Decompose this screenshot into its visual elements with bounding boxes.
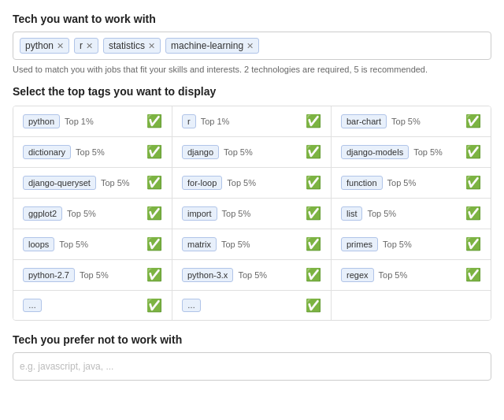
tag-name-dictionary: dictionary — [23, 145, 71, 159]
tag-cell-r[interactable]: r Top 1% ✅ — [172, 106, 332, 137]
tags-grid-container: python Top 1% ✅ r Top 1% ✅ bar-chart Top… — [13, 106, 491, 321]
tech-want-title: Tech you want to work with — [13, 13, 491, 25]
check-icon-python: ✅ — [146, 115, 162, 128]
check-icon-primes: ✅ — [465, 238, 481, 251]
prefer-not-section: Tech you prefer not to work with e.g. ja… — [13, 333, 491, 381]
tag-rank-ggplot2: Top 5% — [67, 209, 96, 218]
tag-name-matrix: matrix — [182, 237, 217, 251]
select-tags-section: Select the top tags you want to display … — [13, 85, 491, 321]
tag-cell-django[interactable]: django Top 5% ✅ — [172, 137, 332, 168]
tags-grid: python Top 1% ✅ r Top 1% ✅ bar-chart Top… — [13, 106, 491, 320]
tag-cell-ggplot2[interactable]: ggplot2 Top 5% ✅ — [13, 199, 172, 229]
tag-name-django-queryset: django-queryset — [23, 176, 96, 190]
check-icon-overflow-1: ✅ — [146, 299, 162, 312]
tag-rank-dictionary: Top 5% — [76, 147, 105, 157]
check-icon-dictionary: ✅ — [146, 146, 162, 158]
prefer-not-input-area[interactable]: e.g. javascript, java, ... — [13, 352, 491, 381]
tag-name-django-models: django-models — [341, 145, 409, 159]
tag-cell-overflow-3[interactable] — [332, 291, 491, 320]
tag-cell-dictionary[interactable]: dictionary Top 5% ✅ — [13, 137, 172, 168]
tag-name-python-27: python-2.7 — [23, 268, 75, 282]
chip-python-label: python — [25, 40, 54, 51]
tag-rank-regex: Top 5% — [379, 270, 408, 280]
tag-name-primes: primes — [341, 237, 378, 251]
tech-want-input-area[interactable]: python ✕ r ✕ statistics ✕ machine-learni… — [13, 32, 491, 60]
chip-statistics-remove[interactable]: ✕ — [148, 42, 155, 50]
tag-cell-django-queryset[interactable]: django-queryset Top 5% ✅ — [13, 168, 172, 199]
check-icon-import: ✅ — [306, 207, 321, 220]
tag-cell-for-loop[interactable]: for-loop Top 5% ✅ — [172, 168, 332, 199]
tag-cell-django-models[interactable]: django-models Top 5% ✅ — [332, 137, 491, 168]
tag-name-loops: loops — [23, 237, 54, 251]
tag-name-ggplot2: ggplot2 — [23, 206, 62, 221]
check-icon-matrix: ✅ — [306, 238, 321, 251]
tag-name-r: r — [182, 114, 196, 128]
tag-cell-list[interactable]: list Top 5% ✅ — [332, 199, 491, 229]
check-icon-loops: ✅ — [146, 238, 162, 251]
check-icon-overflow-2: ✅ — [306, 299, 321, 312]
tag-rank-django: Top 5% — [224, 147, 253, 157]
tag-name-list: list — [341, 206, 362, 221]
tag-name-function: function — [341, 176, 383, 190]
check-icon-function: ✅ — [465, 177, 481, 189]
tag-rank-loops: Top 5% — [59, 240, 88, 249]
tag-cell-matrix[interactable]: matrix Top 5% ✅ — [172, 229, 332, 260]
select-tags-title: Select the top tags you want to display — [13, 85, 491, 98]
chip-machine-learning-remove[interactable]: ✕ — [246, 42, 254, 50]
check-icon-python-3x: ✅ — [306, 269, 321, 281]
check-icon-r: ✅ — [306, 115, 321, 128]
tag-name-regex: regex — [341, 268, 374, 282]
tech-hint: Used to match you with jobs that fit you… — [13, 65, 491, 74]
chip-r-remove[interactable]: ✕ — [86, 42, 93, 50]
tag-cell-python-27[interactable]: python-2.7 Top 5% ✅ — [13, 260, 172, 291]
tag-rank-list: Top 5% — [367, 209, 396, 218]
tag-rank-django-models: Top 5% — [413, 147, 443, 157]
tag-cell-loops[interactable]: loops Top 5% ✅ — [13, 229, 172, 260]
prefer-not-title: Tech you prefer not to work with — [13, 333, 491, 346]
check-icon-bar-chart: ✅ — [465, 115, 481, 128]
tag-rank-r: Top 1% — [201, 117, 230, 126]
tag-cell-python[interactable]: python Top 1% ✅ — [13, 106, 172, 137]
tag-rank-function: Top 5% — [387, 178, 417, 188]
check-icon-for-loop: ✅ — [306, 177, 321, 189]
prefer-not-placeholder: e.g. javascript, java, ... — [20, 361, 113, 372]
tag-rank-bar-chart: Top 5% — [391, 117, 421, 126]
check-icon-django: ✅ — [306, 146, 321, 158]
chip-python-remove[interactable]: ✕ — [57, 42, 64, 50]
tag-cell-overflow-1[interactable]: … ✅ — [13, 291, 172, 320]
chip-statistics[interactable]: statistics ✕ — [103, 38, 161, 54]
chip-statistics-label: statistics — [109, 40, 145, 51]
tag-cell-bar-chart[interactable]: bar-chart Top 5% ✅ — [332, 106, 491, 137]
tag-rank-for-loop: Top 5% — [227, 178, 256, 188]
tag-name-import: import — [182, 206, 217, 221]
tag-rank-python-3x: Top 5% — [238, 270, 267, 280]
tag-cell-overflow-2[interactable]: … ✅ — [172, 291, 332, 320]
check-icon-regex: ✅ — [465, 269, 481, 281]
tag-name-overflow-1: … — [23, 299, 42, 312]
tag-name-python: python — [23, 114, 60, 128]
chip-python[interactable]: python ✕ — [20, 38, 69, 54]
tech-want-section: Tech you want to work with python ✕ r ✕ … — [13, 13, 491, 74]
check-icon-django-models: ✅ — [465, 146, 481, 158]
tag-name-django: django — [182, 145, 219, 159]
chip-r-label: r — [80, 40, 83, 51]
tag-name-python-3x: python-3.x — [182, 268, 233, 282]
tag-cell-primes[interactable]: primes Top 5% ✅ — [332, 229, 491, 260]
check-icon-python-27: ✅ — [146, 269, 162, 281]
tag-rank-python-27: Top 5% — [80, 270, 109, 280]
chip-machine-learning[interactable]: machine-learning ✕ — [165, 38, 259, 54]
tag-name-for-loop: for-loop — [182, 176, 222, 190]
tag-cell-python-3x[interactable]: python-3.x Top 5% ✅ — [172, 260, 332, 291]
tag-rank-python: Top 1% — [65, 117, 94, 126]
tag-cell-function[interactable]: function Top 5% ✅ — [332, 168, 491, 199]
check-icon-list: ✅ — [465, 207, 481, 220]
tag-rank-matrix: Top 5% — [221, 240, 250, 249]
tag-name-overflow-2: … — [182, 299, 201, 312]
tag-name-bar-chart: bar-chart — [341, 114, 387, 128]
tag-rank-import: Top 5% — [222, 209, 251, 218]
tag-rank-django-queryset: Top 5% — [101, 178, 130, 188]
tag-cell-import[interactable]: import Top 5% ✅ — [172, 199, 332, 229]
tag-cell-regex[interactable]: regex Top 5% ✅ — [332, 260, 491, 291]
chip-r[interactable]: r ✕ — [74, 38, 98, 54]
tag-rank-primes: Top 5% — [383, 240, 412, 249]
